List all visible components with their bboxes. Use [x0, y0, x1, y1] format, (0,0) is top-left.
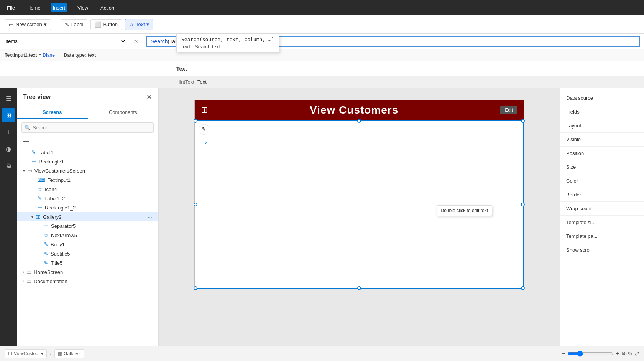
nav-theme[interactable]: ◑: [2, 142, 15, 156]
tree-item-separator5[interactable]: ▭ Separator5: [17, 221, 158, 231]
panel-size[interactable]: Size: [560, 160, 644, 174]
zoom-in-button[interactable]: +: [616, 350, 619, 357]
label-button[interactable]: ✎ Label: [61, 19, 88, 30]
hint-text-label: HintText: [176, 79, 194, 85]
handle-middle-left[interactable]: [194, 203, 197, 206]
tree-item-title5[interactable]: ✎ Title5: [17, 258, 158, 267]
function-signature: Search(source, text, column, …): [181, 36, 274, 42]
text-label: Text: [176, 66, 187, 72]
gallery-more-button[interactable]: ···: [148, 214, 152, 220]
tooltip-double-click: Double click to edit text: [437, 205, 492, 216]
panel-border[interactable]: Border: [560, 188, 644, 202]
tree-label: Gallery2: [43, 214, 145, 220]
collapse-all-button[interactable]: —: [23, 138, 29, 145]
panel-color[interactable]: Color: [560, 174, 644, 188]
panel-show-scroll[interactable]: Show scroll: [560, 243, 644, 257]
main-area: ☰ ⊞ ＋ ◑ ⧉ Tree view ✕ Screens Components…: [0, 88, 644, 346]
expand-button[interactable]: ⤢: [634, 350, 639, 357]
panel-wrap-count[interactable]: Wrap count: [560, 202, 644, 216]
tree-item-rectangle1-2[interactable]: ▭ Rectangle1_2: [17, 203, 158, 212]
handle-bottom-left[interactable]: [194, 286, 197, 290]
panel-template-size[interactable]: Template si...: [560, 216, 644, 229]
screen-label: ViewCusto...: [14, 351, 39, 356]
header-icon: ⊞: [201, 105, 208, 115]
screen-icon: ▭: [27, 168, 32, 174]
tree-label: NextArrow5: [51, 232, 152, 238]
tree-item-gallery2[interactable]: ▾ ▦ Gallery2 ···: [17, 212, 158, 221]
tree-label: Label1: [38, 150, 152, 155]
tree-item-body1[interactable]: ✎ Body1: [17, 240, 158, 249]
new-screen-button[interactable]: ▭ New screen ▾: [5, 19, 51, 30]
handle-bottom-center[interactable]: [357, 286, 361, 290]
hint-line: text: Search text.: [181, 44, 274, 49]
tree-item-documentation[interactable]: › ▭ Documentation: [17, 277, 158, 286]
menu-file[interactable]: File: [5, 3, 17, 12]
menu-insert[interactable]: Insert: [51, 3, 68, 12]
hint-text-val: Text: [197, 79, 207, 85]
label-icon: ✎: [44, 251, 48, 257]
chevron-right-icon: ›: [23, 279, 24, 284]
handle-top-center[interactable]: [357, 119, 361, 123]
tree-item-nextarrow5[interactable]: ☆ NextArrow5: [17, 231, 158, 240]
panel-position[interactable]: Position: [560, 147, 644, 160]
screen-breadcrumb-pill[interactable]: ☐ ViewCusto... ▾: [5, 349, 47, 358]
menu-view[interactable]: View: [75, 3, 90, 12]
zoom-controls: − + 55 % ⤢: [562, 350, 639, 357]
tree-item-viewcustomersscreen[interactable]: ▾ ▭ ViewCustomersScreen: [17, 166, 158, 175]
sidebar-close-button[interactable]: ✕: [146, 93, 152, 101]
zoom-slider[interactable]: [567, 351, 613, 357]
formula-dropdown[interactable]: Items: [0, 34, 130, 49]
gallery-label: Gallery2: [64, 351, 81, 356]
tree-label: Rectangle1: [39, 159, 152, 165]
menu-action[interactable]: Action: [98, 3, 117, 12]
menu-bar: File Home Insert View Action: [0, 0, 644, 15]
panel-visible[interactable]: Visible: [560, 133, 644, 147]
menu-home[interactable]: Home: [25, 3, 43, 12]
chevron-down-icon: ▾: [31, 215, 33, 219]
tree-item-textinput1[interactable]: ⌨ TextInput1: [17, 175, 158, 185]
fx-label: fx: [130, 34, 142, 49]
text-button[interactable]: Ａ Text ▾: [125, 19, 153, 30]
tab-screens[interactable]: Screens: [17, 106, 88, 119]
tree-item-icon4[interactable]: ☆ Icon4: [17, 185, 158, 194]
hint-label: text:: [181, 44, 192, 49]
nav-tree[interactable]: ⊞: [2, 108, 15, 122]
tree-label: Rectangle1_2: [45, 205, 152, 211]
panel-layout[interactable]: Layout: [560, 119, 644, 133]
panel-data-source[interactable]: Data source: [560, 91, 644, 105]
screen-icon: ▭: [26, 269, 31, 275]
search-input[interactable]: [21, 122, 154, 133]
panel-template-padding[interactable]: Template pa...: [560, 229, 644, 243]
nav-components[interactable]: ⧉: [2, 159, 15, 173]
gallery-selection-box[interactable]: ✎ › Double click to edit text: [195, 120, 524, 289]
chevron-right-icon: ›: [23, 270, 24, 274]
handle-bottom-right[interactable]: [521, 286, 525, 290]
panel-fields[interactable]: Fields: [560, 105, 644, 119]
label-icon: ✎: [31, 149, 36, 155]
tree-item-homescreen[interactable]: › ▭ HomeScreen: [17, 267, 158, 277]
zoom-out-button[interactable]: −: [562, 350, 565, 357]
canvas-edit-button[interactable]: Edit: [500, 106, 518, 114]
chevron-down-icon: ▾: [44, 21, 47, 27]
hint-input-label: TextInput1.text: [5, 53, 37, 58]
tree-collapse: —: [17, 136, 158, 146]
tree-item-rectangle1[interactable]: ▭ Rectangle1: [17, 157, 158, 166]
toolbar: ▭ New screen ▾ ✎ Label ⬜ Button Ａ Text ▾: [0, 15, 644, 34]
button-button[interactable]: ⬜ Button: [90, 19, 122, 30]
tree-item-label1[interactable]: ✎ Label1: [17, 148, 158, 157]
nav-add[interactable]: ＋: [2, 125, 15, 139]
handle-top-left[interactable]: [194, 119, 197, 123]
items-dropdown[interactable]: Items: [4, 38, 126, 45]
tab-components[interactable]: Components: [88, 106, 159, 119]
handle-middle-right[interactable]: [521, 203, 525, 206]
sidebar-header: Tree view ✕: [17, 88, 158, 106]
gallery-breadcrumb-pill[interactable]: ▦ Gallery2: [54, 349, 84, 358]
text-label-row: Text: [0, 61, 644, 76]
tree-item-label1-2[interactable]: ✎ Label1_2: [17, 194, 158, 203]
screen-checkbox-icon: ☐: [8, 351, 12, 356]
nav-hamburger[interactable]: ☰: [2, 91, 15, 105]
canvas-frame: ⊞ View Customers Edit ✎ ›: [194, 100, 524, 289]
tree-item-subtitle5[interactable]: ✎ Subtitle5: [17, 249, 158, 258]
handle-top-right[interactable]: [521, 119, 525, 123]
gallery-icon: ▦: [36, 214, 41, 220]
